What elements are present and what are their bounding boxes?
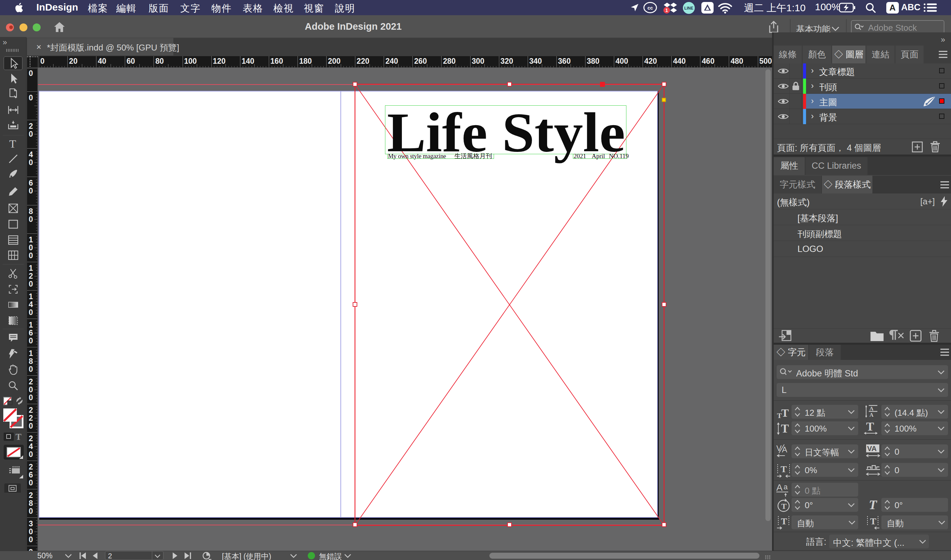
- svg-text:T: T: [781, 502, 786, 511]
- svg-text:1: 1: [665, 8, 668, 13]
- svg-text:T: T: [781, 407, 789, 419]
- svg-text:cc: cc: [648, 5, 653, 11]
- svg-text:T: T: [870, 516, 876, 526]
- svg-text:LINE: LINE: [684, 6, 693, 11]
- svg-text:T: T: [780, 464, 787, 474]
- svg-text:VA: VA: [867, 445, 877, 453]
- svg-text:A: A: [776, 483, 783, 493]
- svg-text:T: T: [9, 138, 16, 149]
- svg-text:T: T: [869, 498, 877, 512]
- svg-text:A: A: [869, 405, 874, 412]
- svg-text:T: T: [781, 422, 789, 435]
- svg-text:T: T: [781, 516, 787, 526]
- svg-text:a: a: [783, 483, 788, 491]
- svg-text:T: T: [866, 422, 874, 433]
- svg-text:V: V: [776, 444, 782, 453]
- svg-text:A: A: [869, 412, 874, 418]
